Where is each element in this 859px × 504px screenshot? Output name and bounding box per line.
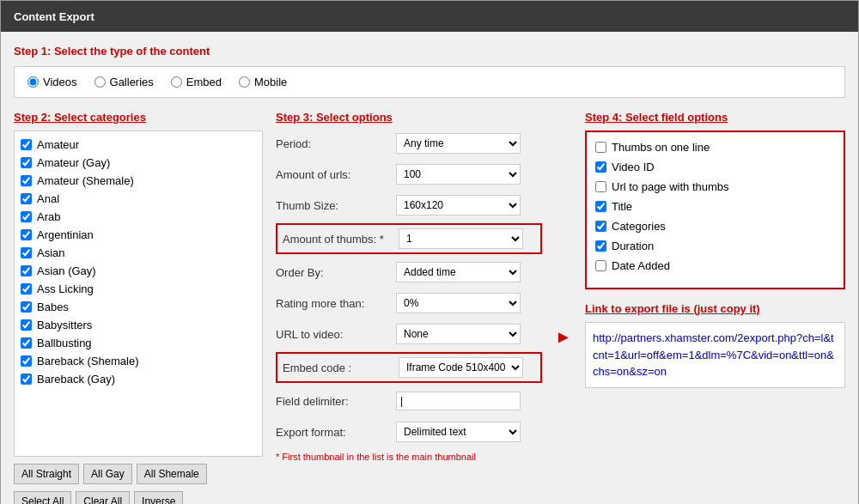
field-title: Title [595,200,835,213]
period-row: Period: Any time [276,131,542,156]
list-item: Amateur [19,136,258,154]
field-delimiter-row: Field delimiter: [276,388,542,414]
radio-galleries-label: Galleries [110,76,154,88]
rating-select[interactable]: 0% [396,293,521,313]
embed-code-value: Iframe Code 510x400 [399,357,535,378]
list-item: Babysitters [19,316,258,334]
radio-videos-input[interactable] [27,76,39,88]
radio-mobile[interactable]: Mobile [239,76,287,88]
video-id-label: Video ID [612,161,655,173]
radio-videos[interactable]: Videos [27,76,77,88]
radio-embed-input[interactable] [171,76,182,88]
all-shemale-button[interactable]: All Shemale [137,464,207,484]
main-container: Content Export Step 1: Select the type o… [0,0,859,504]
cat-amateur-check[interactable] [21,139,32,150]
period-value: Any time [396,133,542,154]
duration-check[interactable] [595,240,606,252]
thumb-size-value: 160x120 [396,195,542,216]
cat-babysitters-check[interactable] [21,319,32,331]
list-item: Ballbusting [19,334,258,352]
radio-galleries-input[interactable] [94,76,106,88]
amount-thumbs-label: Amount of thumbs: * [283,233,399,246]
list-item: Bareback (Shemale) [19,352,258,370]
categories-panel: Step 2: Select categories Amateur Amateu… [14,111,263,504]
radio-embed[interactable]: Embed [171,76,222,88]
amount-urls-value: 100 [396,164,542,185]
embed-code-select[interactable]: Iframe Code 510x400 [399,357,523,378]
date-added-label: Date Added [612,259,670,272]
order-by-value: Added time [396,262,542,282]
rating-value: 0% [396,293,542,313]
title-bar: Content Export [1,1,858,32]
all-gay-button[interactable]: All Gay [83,464,132,484]
categories-list[interactable]: Amateur Amateur (Gay) Amateur (Shemale) … [14,131,263,457]
export-format-row: Export format: Delimited text [276,419,542,445]
list-item: Amateur (Gay) [19,154,258,172]
radio-galleries[interactable]: Galleries [94,76,154,88]
cat-ballbusting-check[interactable] [21,337,32,349]
bottom-buttons-row2: Select All Clear All Inverse [14,491,263,504]
cat-anal-check[interactable] [21,193,32,204]
url-video-label: URL to video: [276,328,396,341]
rating-label: Rating more than: [276,297,396,310]
video-id-check[interactable] [595,161,606,173]
list-item: Argentinian [19,226,258,244]
radio-mobile-input[interactable] [239,76,250,88]
duration-label: Duration [612,240,654,252]
thumbs-one-line-check[interactable] [595,142,606,153]
order-by-select[interactable]: Added time [396,262,521,282]
list-item: Ass Licking [19,280,258,298]
period-select[interactable]: Any time [396,133,521,154]
radio-videos-label: Videos [43,76,77,88]
inverse-button[interactable]: Inverse [134,491,183,504]
categories-label: Categories [612,220,666,233]
step4-header: Step 4: Select field options [585,111,845,124]
link-url: http://partners.xhamster.com/2export.php… [593,331,834,378]
amount-thumbs-select[interactable]: 1 [399,228,523,249]
export-format-value: Delimited text [396,422,542,442]
export-format-label: Export format: [276,426,396,439]
cat-bareback-gay-check[interactable] [21,373,32,385]
url-video-select[interactable]: None [396,324,521,344]
link-header: Link to export file is (just copy it) [585,302,845,315]
thumbs-one-line-label: Thumbs on one line [612,141,710,154]
title-check[interactable] [595,201,606,212]
select-all-button[interactable]: Select All [14,491,71,504]
amount-urls-select[interactable]: 100 [396,164,521,185]
field-delimiter-value [396,392,542,410]
clear-all-button[interactable]: Clear All [76,491,130,504]
amount-thumbs-row: Amount of thumbs: * 1 [276,223,542,254]
footnote-text: * First thumbnail in the list is the mai… [276,452,542,462]
thumb-size-select[interactable]: 160x120 [396,195,521,216]
cat-arab-check[interactable] [21,211,32,222]
link-section: Link to export file is (just copy it) ht… [585,302,845,388]
url-video-row: URL to video: None [276,321,542,347]
date-added-check[interactable] [595,260,606,271]
field-options-panel: Step 4: Select field options Thumbs on o… [585,111,845,504]
url-page-thumbs-check[interactable] [595,181,606,192]
cat-asian-gay-check[interactable] [21,265,32,276]
field-url-page-thumbs: Url to page with thumbs [595,180,835,193]
field-duration: Duration [595,240,835,252]
field-delimiter-input[interactable] [396,392,521,410]
rating-row: Rating more than: 0% [276,290,542,316]
period-label: Period: [276,137,396,150]
amount-thumbs-value: 1 [399,228,535,249]
step3-header: Step 3: Select options [276,111,542,124]
cat-amateur-gay-check[interactable] [21,157,32,168]
radio-mobile-label: Mobile [254,76,287,88]
cat-argentinian-check[interactable] [21,229,32,240]
cat-babes-check[interactable] [21,301,32,313]
cat-amateur-shemale-check[interactable] [21,175,32,186]
order-by-label: Order By: [276,266,396,279]
export-format-select[interactable]: Delimited text [396,422,521,442]
link-box[interactable]: http://partners.xhamster.com/2export.php… [585,322,845,388]
cat-asian-check[interactable] [21,247,32,258]
field-video-id: Video ID [595,161,835,173]
cat-bareback-shemale-check[interactable] [21,355,32,367]
categories-check[interactable] [595,221,606,232]
title-label: Title [612,200,632,213]
cat-ass-licking-check[interactable] [21,283,32,295]
amount-urls-row: Amount of urls: 100 [276,161,542,187]
all-straight-button[interactable]: All Straight [14,464,79,484]
